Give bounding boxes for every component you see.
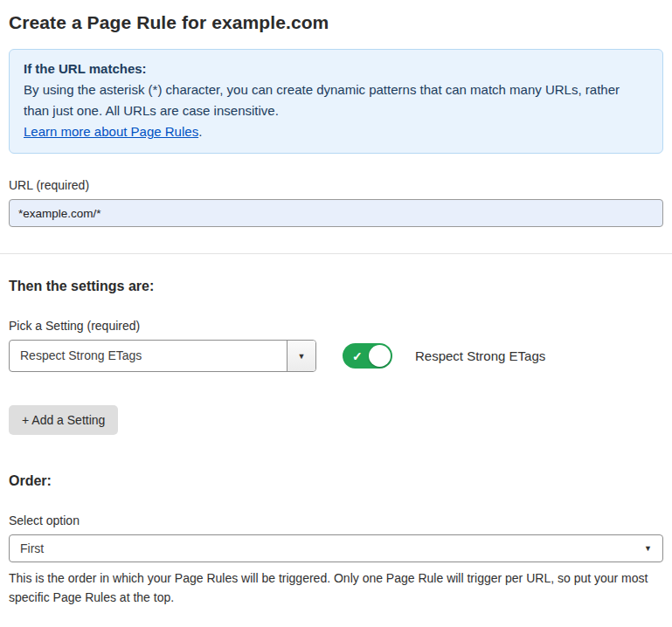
setting-row: Respect Strong ETags ▼ ✓ Respect Strong …	[9, 340, 663, 372]
info-box-heading: If the URL matches:	[24, 59, 648, 79]
url-input[interactable]	[9, 199, 663, 227]
link-suffix: .	[198, 124, 202, 139]
order-select-label: Select option	[9, 513, 663, 527]
pick-setting-label: Pick a Setting (required)	[9, 319, 663, 333]
create-page-rule-form: Create a Page Rule for example.com If th…	[0, 12, 672, 627]
url-match-info-box: If the URL matches: By using the asteris…	[9, 49, 663, 154]
divider-top	[0, 253, 672, 254]
check-icon: ✓	[352, 349, 363, 363]
toggle-knob	[369, 345, 391, 367]
etags-toggle[interactable]: ✓	[343, 343, 392, 369]
order-select[interactable]: First ▼	[9, 534, 663, 562]
add-setting-button[interactable]: + Add a Setting	[9, 405, 118, 435]
url-label: URL (required)	[9, 178, 663, 192]
learn-more-link[interactable]: Learn more about Page Rules	[24, 124, 198, 139]
caret-down-icon[interactable]: ▼	[287, 341, 315, 371]
info-box-body: By using the asterisk (*) character, you…	[24, 79, 648, 121]
chevron-down-icon: ▼	[644, 544, 652, 553]
order-select-value: First	[20, 541, 44, 555]
order-help-text: This is the order in which your Page Rul…	[9, 568, 663, 607]
order-heading: Order:	[9, 473, 663, 489]
toggle-label: Respect Strong ETags	[415, 348, 545, 363]
info-box-link-row: Learn more about Page Rules.	[24, 121, 648, 142]
setting-select[interactable]: Respect Strong ETags ▼	[9, 340, 316, 372]
setting-select-value: Respect Strong ETags	[10, 341, 152, 371]
settings-heading: Then the settings are:	[9, 279, 663, 294]
page-title: Create a Page Rule for example.com	[9, 12, 663, 33]
